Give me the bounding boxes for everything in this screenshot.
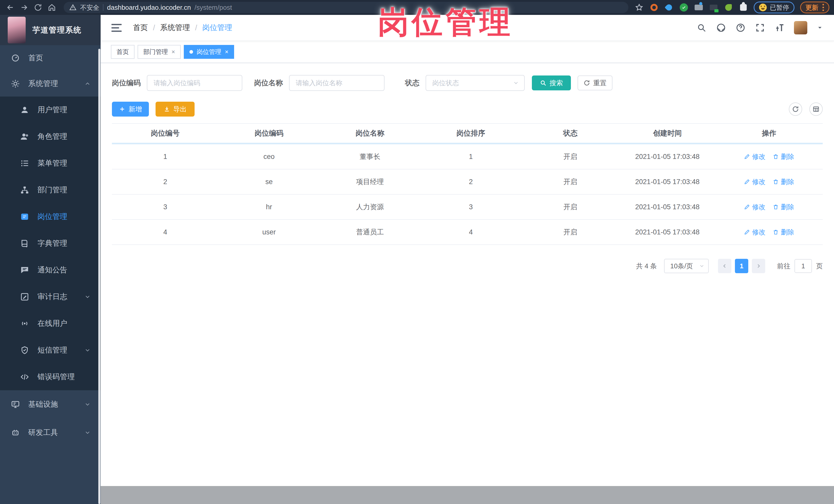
post-name-input[interactable]: [289, 75, 385, 91]
page-number-current[interactable]: 1: [735, 259, 748, 273]
delete-link[interactable]: 删除: [773, 177, 794, 187]
edit-icon: [744, 204, 750, 210]
delete-link[interactable]: 删除: [773, 152, 794, 161]
breadcrumb-system[interactable]: 系统管理: [160, 23, 190, 33]
edit-icon: [744, 229, 750, 235]
prev-page-button[interactable]: [718, 259, 731, 273]
close-icon[interactable]: ×: [225, 49, 228, 55]
column-header[interactable]: 岗位名称: [320, 128, 420, 138]
export-button[interactable]: 导出: [156, 102, 195, 116]
sidebar-item-users[interactable]: 用户管理: [0, 96, 101, 123]
hamburger-icon[interactable]: [111, 22, 123, 34]
table-row[interactable]: 1 ceo 董事长 1 开启 2021-01-05 17:03:48 修改: [112, 144, 823, 170]
close-icon[interactable]: ×: [172, 49, 175, 55]
breadcrumb-home[interactable]: 首页: [133, 23, 148, 33]
extension-keyboard-icon[interactable]: [694, 3, 703, 12]
edit-link[interactable]: 修改: [744, 202, 766, 212]
delete-link[interactable]: 删除: [773, 202, 794, 212]
reload-icon[interactable]: [32, 2, 44, 13]
sidebar-logo[interactable]: 芋道管理系统: [0, 15, 101, 45]
tab-home[interactable]: 首页: [111, 45, 134, 59]
sidebar-item-sms[interactable]: 短信管理: [0, 337, 101, 364]
refresh-table-button[interactable]: [789, 103, 802, 116]
forward-icon[interactable]: [19, 2, 30, 13]
sidebar-item-posts[interactable]: 岗位管理: [0, 203, 101, 230]
sidebar-item-label: 错误码管理: [38, 372, 75, 382]
add-button[interactable]: 新增: [112, 102, 149, 116]
sidebar-item-infrastructure[interactable]: 基础设施: [0, 390, 101, 418]
trash-icon: [773, 154, 779, 160]
edit-link[interactable]: 修改: [744, 152, 766, 161]
post-code-input[interactable]: [147, 75, 242, 91]
address-bar[interactable]: 不安全 dashboard.yudao.iocoder.cn /system/p…: [64, 2, 629, 13]
font-size-icon[interactable]: [774, 23, 785, 33]
cell-post-code: ceo: [218, 153, 319, 161]
edit-link[interactable]: 修改: [744, 228, 766, 237]
status-select[interactable]: 岗位状态: [425, 75, 525, 91]
page-size-value: 10条/页: [670, 262, 693, 270]
goto-page-input[interactable]: [794, 259, 812, 273]
fullscreen-icon[interactable]: [755, 23, 765, 33]
column-header[interactable]: 创建时间: [619, 128, 716, 138]
column-settings-button[interactable]: [809, 103, 823, 116]
sidebar-item-devtools[interactable]: 研发工具: [0, 418, 101, 447]
update-button[interactable]: 更新: [800, 2, 829, 13]
pagination-total: 共 4 条: [636, 262, 657, 270]
extensions-puzzle-icon[interactable]: [739, 3, 748, 12]
table-toolbar: 新增 导出: [112, 102, 823, 116]
column-header[interactable]: 岗位排序: [420, 128, 521, 138]
sidebar-item-dictionary[interactable]: 字典管理: [0, 230, 101, 257]
sidebar-item-notices[interactable]: 通知公告: [0, 257, 101, 283]
menu-list-icon: [20, 159, 29, 168]
extension-check-icon[interactable]: [679, 3, 688, 12]
extension-orange-icon[interactable]: [650, 3, 659, 12]
sidebar-item-online-users[interactable]: 在线用户: [0, 310, 101, 337]
column-header[interactable]: 岗位编码: [218, 128, 319, 138]
search-icon[interactable]: [697, 23, 707, 33]
post-code-label: 岗位编码: [112, 78, 141, 88]
browser-menu-icon[interactable]: [822, 4, 824, 11]
column-header[interactable]: 岗位编号: [112, 128, 218, 138]
sidebar-item-roles[interactable]: 角色管理: [0, 123, 101, 150]
avatar[interactable]: [794, 21, 807, 35]
sidebar-item-menus[interactable]: 菜单管理: [0, 150, 101, 177]
sidebar-item-departments[interactable]: 部门管理: [0, 177, 101, 203]
extension-caption-icon[interactable]: [709, 3, 718, 12]
extension-leaf-icon[interactable]: [724, 3, 733, 12]
profile-paused-badge[interactable]: 已暂停: [754, 2, 794, 13]
reset-button[interactable]: 重置: [577, 75, 613, 90]
sidebar-item-error-codes[interactable]: 错误码管理: [0, 364, 101, 390]
download-icon: [163, 106, 170, 112]
sidebar-item-system[interactable]: 系统管理: [0, 71, 101, 96]
pagination: 共 4 条 10条/页 1 前往 页: [112, 259, 823, 273]
tab-departments[interactable]: 部门管理 ×: [137, 45, 181, 59]
edit-link[interactable]: 修改: [744, 177, 766, 187]
table-row[interactable]: 2 se 项目经理 2 开启 2021-01-05 17:03:48 修改: [112, 170, 823, 195]
extension-pin-icon[interactable]: [664, 3, 674, 12]
paused-label: 已暂停: [770, 3, 789, 12]
page-size-select[interactable]: 10条/页: [664, 259, 709, 273]
search-button[interactable]: 搜索: [532, 75, 571, 90]
column-header[interactable]: 状态: [521, 128, 619, 138]
table-row[interactable]: 4 user 普通员工 4 开启 2021-01-05 17:03:48 修改: [112, 220, 823, 245]
delete-link[interactable]: 删除: [773, 228, 794, 237]
help-icon[interactable]: [736, 23, 746, 33]
sidebar-item-label: 岗位管理: [38, 212, 67, 222]
bookmark-star-icon[interactable]: [635, 3, 644, 12]
tab-posts[interactable]: 岗位管理 ×: [184, 45, 234, 59]
sidebar-scrollbar[interactable]: [98, 49, 101, 504]
github-icon[interactable]: [716, 23, 726, 33]
sidebar-item-home[interactable]: 首页: [0, 45, 101, 71]
screen: 不安全 dashboard.yudao.iocoder.cn /system/p…: [0, 0, 834, 504]
table-row[interactable]: 3 hr 人力资源 3 开启 2021-01-05 17:03:48 修改: [112, 195, 823, 220]
column-header[interactable]: 操作: [716, 128, 823, 138]
next-page-button[interactable]: [752, 259, 765, 273]
home-nav-icon[interactable]: [46, 2, 58, 13]
cell-post-code: hr: [218, 203, 319, 211]
sidebar-item-audit-log[interactable]: 审计日志: [0, 283, 101, 310]
back-icon[interactable]: [5, 2, 16, 13]
infra-icon: [11, 400, 20, 409]
sidebar-item-label: 审计日志: [38, 292, 67, 302]
sidebar-item-label: 字典管理: [38, 238, 67, 248]
caret-down-icon[interactable]: [816, 24, 823, 31]
